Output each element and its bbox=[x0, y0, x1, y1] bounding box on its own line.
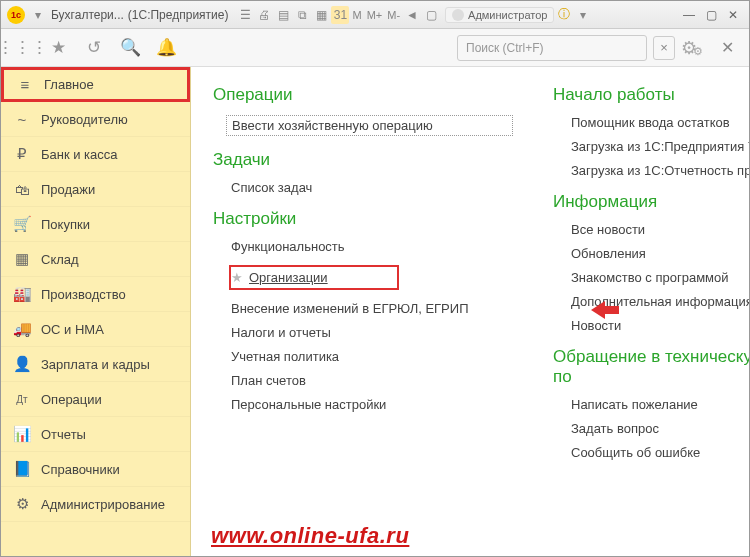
link-personal-settings[interactable]: Персональные настройки bbox=[231, 397, 513, 412]
calendar-icon[interactable]: 31 bbox=[331, 6, 349, 24]
sidebar-item-label: Продажи bbox=[41, 182, 95, 197]
sidebar-item-reports[interactable]: 📊 Отчеты bbox=[1, 417, 190, 452]
gear-small-icon: ⚙ bbox=[693, 45, 703, 58]
link-taxes[interactable]: Налоги и отчеты bbox=[231, 325, 513, 340]
user-name: Администратор bbox=[468, 9, 547, 21]
truck-icon: 🚚 bbox=[13, 320, 31, 338]
avatar-icon bbox=[452, 9, 464, 21]
sidebar-item-label: Производство bbox=[41, 287, 126, 302]
section-operations-title: Операции bbox=[213, 85, 513, 105]
debit-icon: Дт bbox=[13, 394, 31, 405]
print-icon[interactable]: 🖨 bbox=[255, 6, 273, 24]
sidebar-item-salary[interactable]: 👤 Зарплата и кадры bbox=[1, 347, 190, 382]
history-icon[interactable]: ↺ bbox=[83, 37, 105, 59]
sidebar-item-label: Главное bbox=[44, 77, 94, 92]
back-icon[interactable]: ◄ bbox=[403, 6, 421, 24]
link-egrul[interactable]: Внесение изменений в ЕГРЮЛ, ЕГРИП bbox=[231, 301, 513, 316]
sidebar-item-manager[interactable]: ~ Руководителю bbox=[1, 102, 190, 137]
link-chart-accounts[interactable]: План счетов bbox=[231, 373, 513, 388]
section-support-title: Обращение в техническую по bbox=[553, 347, 749, 387]
sidebar-item-sales[interactable]: 🛍 Продажи bbox=[1, 172, 190, 207]
sidebar-item-main[interactable]: ≡ Главное bbox=[1, 67, 190, 102]
link-organizations-highlighted[interactable]: ★ Организации bbox=[229, 265, 399, 290]
user-chip[interactable]: Администратор bbox=[445, 7, 554, 23]
memory-mplus-icon[interactable]: M+ bbox=[365, 9, 385, 21]
dropdown-icon[interactable]: ▾ bbox=[29, 6, 47, 24]
sidebar-item-bank[interactable]: ₽ Банк и касса bbox=[1, 137, 190, 172]
document-icon[interactable]: ▤ bbox=[274, 6, 292, 24]
toolbar-icon[interactable]: ☰ bbox=[236, 6, 254, 24]
cart-icon: 🛒 bbox=[13, 215, 31, 233]
minimize-button[interactable]: — bbox=[679, 6, 699, 24]
sidebar-item-label: Склад bbox=[41, 252, 79, 267]
sidebar-item-label: Отчеты bbox=[41, 427, 86, 442]
star-icon: ★ bbox=[231, 270, 243, 285]
factory-icon: 🏭 bbox=[13, 285, 31, 303]
sidebar-item-purchases[interactable]: 🛒 Покупки bbox=[1, 207, 190, 242]
link-balance-helper[interactable]: Помощник ввода остатков bbox=[571, 115, 749, 130]
person-icon: 👤 bbox=[13, 355, 31, 373]
maximize-button[interactable]: ▢ bbox=[701, 6, 721, 24]
section-tasks-title: Задачи bbox=[213, 150, 513, 170]
app-subtitle: (1С:Предприятие) bbox=[128, 8, 229, 22]
apps-icon[interactable]: ⋮⋮⋮ bbox=[11, 37, 33, 59]
book-icon: 📘 bbox=[13, 460, 31, 478]
sidebar-item-label: Руководителю bbox=[41, 112, 128, 127]
bars-icon: 📊 bbox=[13, 425, 31, 443]
top-toolbar: ⋮⋮⋮ ★ ↺ 🔍 🔔 Поиск (Ctrl+F) × ⚙ ⚙ ✕ bbox=[1, 29, 749, 67]
highlight-arrow-icon bbox=[591, 301, 619, 321]
gear-icon: ⚙ bbox=[13, 495, 31, 513]
sidebar-item-label: Операции bbox=[41, 392, 102, 407]
section-settings-title: Настройки bbox=[213, 209, 513, 229]
ruble-icon: ₽ bbox=[13, 145, 31, 163]
memory-mminus-icon[interactable]: M- bbox=[385, 9, 402, 21]
link-intro[interactable]: Знакомство с программой bbox=[571, 270, 749, 285]
window-icon[interactable]: ▢ bbox=[422, 6, 440, 24]
sidebar-item-label: Банк и касса bbox=[41, 147, 118, 162]
sidebar-item-label: Справочники bbox=[41, 462, 120, 477]
close-button[interactable]: ✕ bbox=[723, 6, 743, 24]
settings-button[interactable]: ⚙ ⚙ bbox=[681, 37, 703, 59]
search-input[interactable]: Поиск (Ctrl+F) bbox=[457, 35, 647, 61]
sidebar-item-production[interactable]: 🏭 Производство bbox=[1, 277, 190, 312]
menu-caret-icon[interactable]: ▾ bbox=[574, 6, 592, 24]
watermark: www.online-ufa.ru bbox=[211, 523, 409, 549]
search-clear-button[interactable]: × bbox=[653, 36, 675, 60]
link-task-list[interactable]: Список задач bbox=[231, 180, 513, 195]
sidebar-item-admin[interactable]: ⚙ Администрирование bbox=[1, 487, 190, 522]
sidebar-item-operations[interactable]: Дт Операции bbox=[1, 382, 190, 417]
window-titlebar: 1c ▾ Бухгалтери... (1С:Предприятие) ☰ 🖨 … bbox=[1, 1, 749, 29]
link-accounting-policy[interactable]: Учетная политика bbox=[231, 349, 513, 364]
bag-icon: 🛍 bbox=[13, 181, 31, 198]
link-functionality[interactable]: Функциональность bbox=[231, 239, 513, 254]
link-organizations[interactable]: Организации bbox=[249, 270, 328, 285]
boxes-icon: ▦ bbox=[13, 250, 31, 268]
link-enter-operation[interactable]: Ввести хозяйственную операцию bbox=[226, 115, 513, 136]
app-title: Бухгалтери... bbox=[51, 8, 124, 22]
sidebar-item-warehouse[interactable]: ▦ Склад bbox=[1, 242, 190, 277]
search-icon[interactable]: 🔍 bbox=[119, 37, 141, 59]
compare-icon[interactable]: ⧉ bbox=[293, 6, 311, 24]
link-load-77[interactable]: Загрузка из 1С:Предприятия 7.7 bbox=[571, 139, 749, 154]
chart-icon: ~ bbox=[13, 111, 31, 128]
link-bug[interactable]: Сообщить об ошибке bbox=[571, 445, 749, 460]
link-load-reporting[interactable]: Загрузка из 1С:Отчетность пред bbox=[571, 163, 749, 178]
link-updates[interactable]: Обновления bbox=[571, 246, 749, 261]
sidebar-item-assets[interactable]: 🚚 ОС и НМА bbox=[1, 312, 190, 347]
link-feedback[interactable]: Написать пожелание bbox=[571, 397, 749, 412]
sidebar-item-catalogs[interactable]: 📘 Справочники bbox=[1, 452, 190, 487]
memory-m-icon[interactable]: M bbox=[350, 9, 363, 21]
link-question[interactable]: Задать вопрос bbox=[571, 421, 749, 436]
close-panel-button[interactable]: ✕ bbox=[715, 36, 739, 60]
sidebar: ≡ Главное ~ Руководителю ₽ Банк и касса … bbox=[1, 67, 191, 557]
grid-icon[interactable]: ▦ bbox=[312, 6, 330, 24]
menu-icon: ≡ bbox=[16, 76, 34, 93]
star-icon[interactable]: ★ bbox=[47, 37, 69, 59]
search-placeholder: Поиск (Ctrl+F) bbox=[466, 41, 544, 55]
sidebar-item-label: Покупки bbox=[41, 217, 90, 232]
section-info-title: Информация bbox=[553, 192, 749, 212]
bell-icon[interactable]: 🔔 bbox=[155, 37, 177, 59]
sidebar-item-label: Зарплата и кадры bbox=[41, 357, 150, 372]
info-icon[interactable]: ⓘ bbox=[555, 6, 573, 24]
link-all-news[interactable]: Все новости bbox=[571, 222, 749, 237]
